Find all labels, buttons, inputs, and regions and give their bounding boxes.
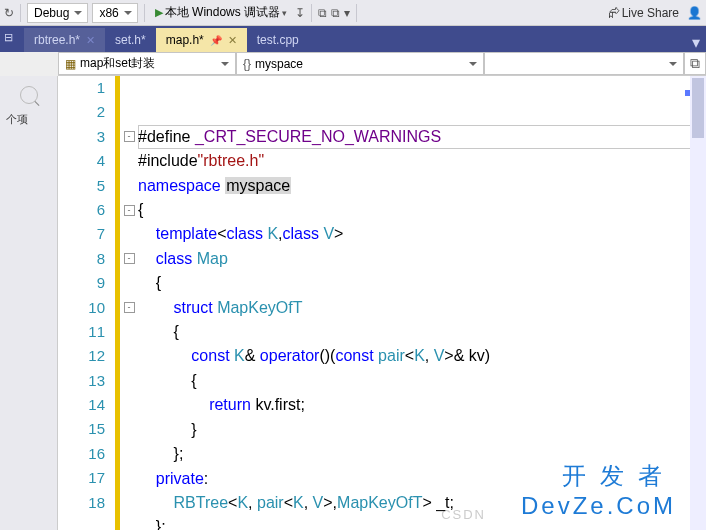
pin-icon[interactable]: 📌 (210, 35, 222, 46)
scope-combo[interactable]: ▦ map和set封装 (58, 52, 236, 75)
tab-map[interactable]: map.h*📌✕ (156, 28, 247, 52)
left-sidebar: 个项 (0, 76, 58, 530)
run-button[interactable]: ▶ 本地 Windows 调试器 ▾ (151, 3, 291, 23)
fold-toggle[interactable]: - (124, 205, 135, 216)
namespace-icon: {} (243, 57, 251, 71)
code-area[interactable]: #define _CRT_SECURE_NO_WARNINGS #include… (138, 76, 706, 530)
close-icon[interactable]: ✕ (86, 34, 95, 47)
platform-combo[interactable]: x86 (92, 3, 137, 23)
step-icon[interactable]: ↧ (295, 6, 305, 20)
navigation-bar: ▦ map和set封装 {} myspace ⧉ (58, 52, 706, 76)
sidebar-label: 个项 (4, 108, 53, 131)
document-tabs: ⊟ rbtree.h*✕ set.h* map.h*📌✕ test.cpp ▾ (0, 26, 706, 52)
tab-test[interactable]: test.cpp (247, 28, 309, 52)
search-icon[interactable] (20, 86, 38, 104)
close-icon[interactable]: ✕ (228, 34, 237, 47)
config-combo[interactable]: Debug (27, 3, 88, 23)
tool1-icon[interactable]: ⧉ (318, 6, 327, 20)
liveshare-button[interactable]: ⮳ Live Share (604, 3, 683, 23)
code-editor[interactable]: 123456789101112131415161718 - - - - #def… (58, 76, 706, 530)
tool3-icon[interactable]: ▾ (344, 6, 350, 20)
history-icon[interactable]: ↻ (4, 6, 14, 20)
fold-toggle[interactable]: - (124, 302, 135, 313)
tab-set[interactable]: set.h* (105, 28, 156, 52)
change-marker (685, 90, 690, 96)
namespace-combo[interactable]: {} myspace (236, 52, 484, 75)
play-icon: ▶ (155, 6, 163, 19)
project-icon: ▦ (65, 57, 76, 71)
fold-column: - - - - (120, 76, 138, 530)
user-icon[interactable]: 👤 (687, 6, 702, 20)
split-icon[interactable]: ⧉ (684, 52, 706, 75)
fold-toggle[interactable]: - (124, 131, 135, 142)
member-combo[interactable] (484, 52, 684, 75)
tool2-icon[interactable]: ⧉ (331, 6, 340, 20)
tab-rbtree[interactable]: rbtree.h*✕ (24, 28, 105, 52)
liveshare-icon: ⮳ (608, 6, 620, 20)
chevron-down-icon: ▾ (282, 8, 287, 18)
tab-overflow-icon[interactable]: ▾ (686, 33, 706, 52)
tabwell-pin-icon[interactable]: ⊟ (4, 31, 13, 44)
fold-toggle[interactable]: - (124, 253, 135, 264)
line-gutter: 123456789101112131415161718 (58, 76, 120, 530)
main-toolbar: ↻ Debug x86 ▶ 本地 Windows 调试器 ▾ ↧ ⧉ ⧉ ▾ ⮳… (0, 0, 706, 26)
